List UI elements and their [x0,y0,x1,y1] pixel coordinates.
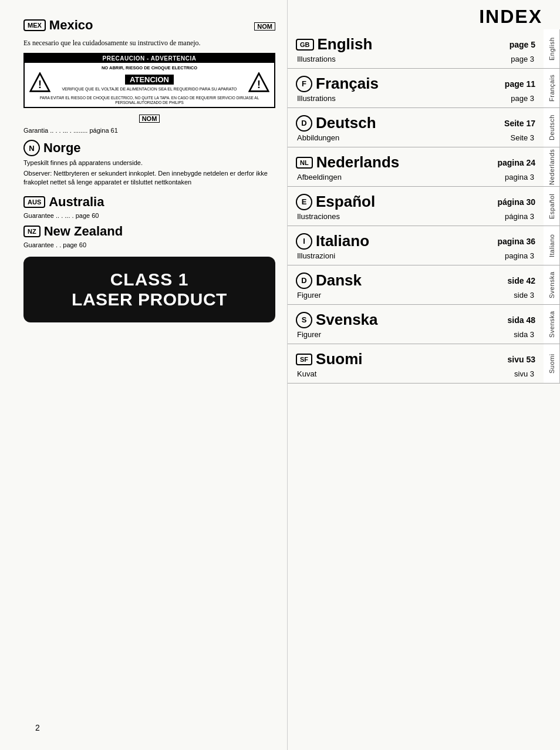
australia-guarantee: Guarantee .. . ... . page 60 [23,212,275,219]
lang-badge: GB [296,39,314,51]
lang-badge: S [296,312,312,328]
mexico-badge: MEX [23,19,46,31]
class-line2: LASER PRODUCT [35,290,264,310]
lang-main-dansk: DDanskside 42Figurerside 3 [288,265,544,304]
lang-name-text: English [318,35,373,53]
lang-page-label: sivu 53 [508,355,535,364]
lang-illus-row: Illustrationspage 3 [296,94,535,103]
lang-header-row: SFSuomisivu 53 [296,350,535,368]
lang-illus-row: Kuvatsivu 3 [296,369,535,378]
language-list: GBEnglishpage 5Illustrationspage 3Englis… [288,29,560,384]
nom-bottom-badge: NOM [139,115,160,123]
australia-title: AUS Australia [23,194,275,210]
lang-header-row: DDanskside 42 [296,271,535,290]
lang-main-nederlands: NLNederlandspagina 24Afbeeldingenpagina … [288,147,544,186]
svg-text:!: ! [38,79,42,90]
lang-entry-nederlands: NLNederlandspagina 24Afbeeldingenpagina … [288,147,560,187]
lang-illus-label: Figurer [297,291,321,300]
warning-center: ATENCION VERIFIQUE QUE EL VOLTAJE DE ALI… [55,74,244,92]
lang-tab: Svenska [544,305,560,344]
lang-header-row: SSvenskasida 48 [296,311,535,329]
lang-tab: Suomi [544,344,560,383]
lang-tab: Italiano [544,226,560,265]
norge-badge: N [23,140,40,156]
warning-triangle-left: ! [29,72,50,93]
lang-illus-label: Kuvat [297,369,316,378]
mexico-nom: NOM [254,22,275,31]
nz-badge: NZ [23,226,41,237]
lang-tab: Deutsch [544,108,560,147]
lang-name: DDeutsch [296,114,376,132]
lang-badge: SF [296,354,312,365]
nom-bottom: NOM [23,113,275,123]
lang-page-label: pagina 36 [497,237,535,246]
australia-badge: AUS [23,196,45,208]
lang-illus-label: Illustrations [297,94,336,103]
lang-badge: E [296,194,312,210]
lang-page-label: Seite 17 [504,119,535,128]
norge-section: N Norge Typeskilt finnes på apparatens u… [23,140,275,187]
lang-badge: D [296,115,312,132]
lang-tab: English [544,29,560,68]
lang-name: EEspañol [296,193,375,211]
lang-illus-row: Afbeeldingenpagina 3 [296,173,535,181]
lang-page-label: page 11 [505,79,535,89]
lang-illus-label: Figurer [297,330,321,339]
lang-illus-label: Illustrations [297,55,336,63]
lang-illus-page: Seite 3 [511,133,534,142]
lang-entry-español: EEspañolpágina 30Ilustracionespágina 3Es… [288,187,560,226]
lang-page-label: side 42 [508,276,535,285]
lang-page-label: pagina 24 [497,158,535,167]
lang-main-english: GBEnglishpage 5Illustrationspage 3 [288,29,544,68]
lang-illus-page: page 3 [511,55,534,63]
lang-main-deutsch: DDeutschSeite 17AbbildungenSeite 3 [288,108,544,147]
lang-name: SSvenska [296,311,378,329]
lang-illus-label: Illustrazioni [297,251,335,260]
mexico-title: MEX Mexico [23,18,93,33]
lang-main-français: FFrançaispage 11Illustrationspage 3 [288,69,544,107]
lang-illus-row: AbbildungenSeite 3 [296,133,535,142]
lang-illus-page: página 3 [505,212,534,221]
lang-illus-page: page 3 [511,94,534,103]
lang-entry-français: FFrançaispage 11Illustrationspage 3Franç… [288,69,560,108]
svg-text:!: ! [257,79,261,90]
lang-header-row: EEspañolpágina 30 [296,193,535,211]
norge-body: Typeskilt finnes på apparatens underside… [23,159,275,187]
lang-main-svenska: SSvenskasida 48Figurersida 3 [288,305,544,344]
lang-illus-row: Ilustracionespágina 3 [296,212,535,221]
nz-section: NZ New Zealand Guarantee . . page 60 [23,224,275,248]
lang-tab: Svenska [544,265,560,304]
lang-name-text: Español [316,193,375,211]
lang-entry-italiano: IItalianopagina 36Illustrazionipagina 3I… [288,226,560,265]
garantia-line: Garantia .. . . ... . ........ página 61 [23,127,275,134]
lang-name-text: Deutsch [316,114,376,132]
lang-header-row: GBEnglishpage 5 [296,35,535,53]
lang-name: GBEnglish [296,35,372,53]
lang-badge: NL [296,157,313,169]
lang-tab: Nederlands [544,147,560,186]
lang-main-italiano: IItalianopagina 36Illustrazionipagina 3 [288,226,544,265]
warning-sub1: NO ABRIR, RIESGO DE CHOQUE ELECTRICO [29,65,269,70]
lang-tab: Français [544,69,560,107]
right-column: GBEnglishpage 5Illustrationspage 3Englis… [288,0,560,750]
lang-name-text: Nederlands [316,153,400,171]
lang-header-row: IItalianopagina 36 [296,232,535,250]
page-number: 2 [35,723,40,732]
lang-illus-row: Figurersida 3 [296,330,535,339]
norge-title: N Norge [23,140,275,156]
lang-page-label: page 5 [510,40,535,49]
lang-illus-page: side 3 [514,291,534,300]
lang-illus-page: sivu 3 [514,369,534,378]
warning-triangle-right: ! [248,72,269,93]
australia-section: AUS Australia Guarantee .. . ... . page … [23,194,275,219]
warning-sub2: VERIFIQUE QUE EL VOLTAJE DE ALIMENTACION… [55,86,244,92]
lang-illus-label: Abbildungen [297,133,339,142]
mexico-header: MEX Mexico NOM [23,18,275,35]
class-line1: CLASS 1 [35,270,264,290]
mexico-body: Es necesario que lea cuidadosamente su i… [23,38,275,48]
lang-name-text: Français [316,75,379,93]
lang-entry-dansk: DDanskside 42Figurerside 3Svenska [288,265,560,305]
atencion-label: ATENCION [125,75,174,85]
lang-illus-label: Afbeeldingen [297,173,342,181]
lang-name: SFSuomi [296,350,363,368]
